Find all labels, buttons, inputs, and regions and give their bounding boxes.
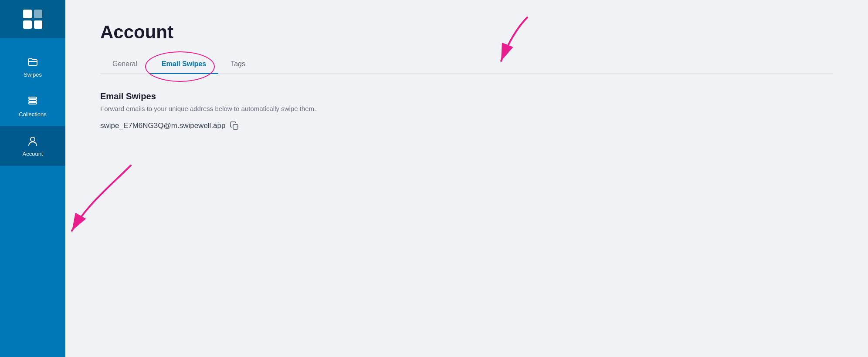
email-address-row: swipe_E7M6NG3Q@m.swipewell.app bbox=[100, 121, 833, 131]
svg-rect-2 bbox=[29, 97, 37, 99]
folder-icon bbox=[27, 56, 39, 68]
logo-cell-br bbox=[34, 20, 43, 29]
svg-rect-0 bbox=[29, 102, 37, 104]
logo-cell-bl bbox=[23, 20, 32, 29]
sidebar-item-label-collections: Collections bbox=[19, 111, 47, 118]
svg-point-3 bbox=[31, 137, 35, 141]
sidebar-nav: Swipes Collections Account bbox=[0, 38, 65, 166]
logo-cell-tl bbox=[23, 10, 32, 18]
email-swipes-section: Email Swipes Forward emails to your uniq… bbox=[100, 91, 833, 131]
sidebar-item-label-swipes: Swipes bbox=[24, 71, 42, 78]
sidebar-item-collections[interactable]: Collections bbox=[0, 87, 65, 126]
logo-cell-tr bbox=[34, 10, 43, 18]
sidebar-item-swipes[interactable]: Swipes bbox=[0, 47, 65, 87]
section-description: Forward emails to your unique address be… bbox=[100, 105, 833, 112]
logo-area bbox=[0, 0, 65, 38]
section-title: Email Swipes bbox=[100, 91, 833, 101]
stack-icon bbox=[27, 95, 39, 108]
sidebar-item-account[interactable]: Account bbox=[0, 126, 65, 166]
svg-rect-1 bbox=[29, 100, 37, 101]
page-title: Account bbox=[100, 22, 833, 43]
user-icon bbox=[27, 135, 39, 147]
sidebar-item-label-account: Account bbox=[23, 151, 43, 157]
sidebar: Swipes Collections Account bbox=[0, 0, 65, 357]
logo-icon bbox=[23, 10, 42, 29]
tabs-container: General Email Swipes Tags bbox=[100, 55, 833, 74]
tab-email-swipes[interactable]: Email Swipes bbox=[149, 55, 218, 74]
tab-general[interactable]: General bbox=[100, 55, 149, 74]
main-content: Account General Email Swipes Tags Email … bbox=[65, 0, 868, 357]
tab-tags[interactable]: Tags bbox=[218, 55, 258, 74]
copy-icon[interactable] bbox=[230, 121, 239, 131]
email-address: swipe_E7M6NG3Q@m.swipewell.app bbox=[100, 121, 225, 130]
